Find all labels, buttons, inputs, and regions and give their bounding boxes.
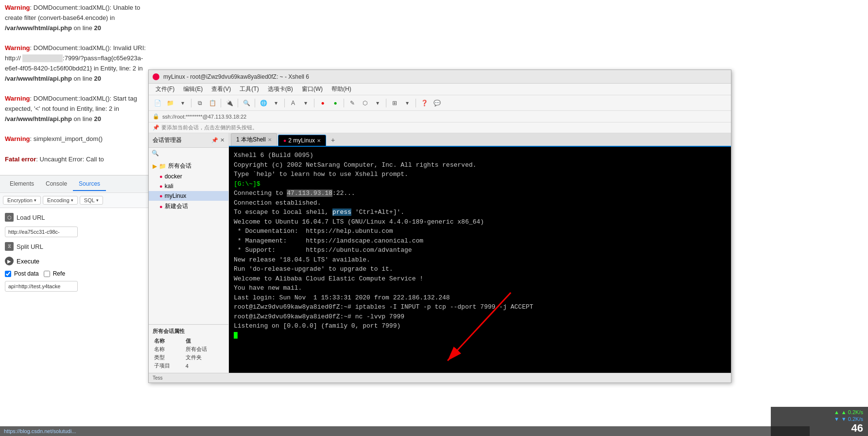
speed-up-icon: ▲ — [834, 409, 839, 415]
fatal-text: : Uncaught Error: Call to — [36, 156, 104, 163]
tab-bar: 1 本地Shell ✕ ● 2 myLinux ✕ + — [229, 133, 731, 147]
props-val-2: 文件夹 — [184, 353, 225, 362]
folder-icon-all: ▶ — [153, 163, 157, 170]
menu-tools[interactable]: 工具(T) — [236, 84, 262, 94]
term-line-6: Connecting to 47.113.93.18:22... — [234, 189, 726, 198]
terminal-area[interactable]: Xshell 6 (Build 0095) Copyright (c) 2002… — [229, 147, 731, 373]
term-line-13: * Management: https://landscape.canonica… — [234, 236, 726, 246]
term-line-20: You have new mail. — [234, 283, 726, 293]
kali-server-icon: ● — [159, 183, 163, 189]
close-session-icon[interactable]: ✕ — [220, 137, 225, 143]
tree-mylinux[interactable]: ● myLinux — [149, 191, 228, 201]
tb-arrow3[interactable]: ▾ — [300, 98, 312, 108]
session-header: 会话管理器 📌 ✕ — [149, 133, 228, 148]
post-data-input[interactable]: api=http://test.y4tacke — [5, 281, 78, 292]
term-line-1: Copyright (c) 2002 NetSarang Computer, I… — [234, 160, 726, 170]
speed-down-value: ▼ 0.2K/s — [841, 416, 863, 422]
props-name-2: 类型 — [153, 353, 184, 362]
tb-green[interactable]: ● — [330, 98, 341, 108]
post-data-checkbox[interactable] — [5, 271, 11, 277]
tb-arrow4[interactable]: ▾ — [372, 98, 383, 108]
pin-icon[interactable]: 📌 — [211, 137, 218, 143]
tb-paste[interactable]: 📋 — [207, 98, 218, 108]
tb-search[interactable]: 🔍 — [241, 98, 252, 108]
term-line-23: root@iZwz9dvu69kaw8ya8ied0fZ:~# nc -lvvp… — [234, 312, 726, 322]
tab-console[interactable]: Console — [40, 177, 73, 191]
tb-compose[interactable]: ✎ — [347, 98, 358, 108]
term-line-4: [G:\~]$ — [234, 179, 726, 189]
encryption-btn[interactable]: Encryption ▾ — [3, 196, 41, 205]
tb-sep8 — [386, 99, 386, 107]
session-props-title: 所有会话属性 — [153, 328, 225, 335]
info-pin-icon: 📌 — [153, 124, 159, 131]
session-props-table: 名称 值 名称 所有会话 类型 文件夹 子项目 — [153, 337, 225, 370]
warn-label-2: Warning — [5, 44, 30, 52]
address-text: ssh://root:********@47.113.93.18:22 — [162, 114, 246, 120]
props-header-row: 名称 值 — [153, 337, 225, 345]
xshell-toolbar: 📄 📁 ▾ ⧉ 📋 🔌 🔍 🌐 ▾ A ▾ ● ● ✎ ⬡ ▾ ⊞ ▾ ❓ 💬 — [149, 95, 731, 111]
term-line-7: Connection established. — [234, 198, 726, 208]
tb-globe[interactable]: 🌐 — [258, 98, 269, 108]
load-url-row[interactable]: ⬡ Load URL — [5, 213, 45, 222]
load-url-icon: ⬡ — [5, 213, 14, 222]
menu-tabs[interactable]: 选项卡(B) — [264, 84, 297, 94]
menu-view[interactable]: 查看(V) — [208, 84, 235, 94]
tab-local-shell[interactable]: 1 本地Shell ✕ — [231, 133, 277, 146]
tab-add-btn[interactable]: + — [327, 134, 339, 146]
session-props: 所有会话属性 名称 值 名称 所有会话 类型 文件夹 — [149, 324, 228, 373]
menu-file[interactable]: 文件(F) — [152, 84, 178, 94]
session-search: 🔍 — [149, 148, 228, 158]
term-line-12: * Documentation: https://help.ubuntu.com — [234, 227, 726, 236]
xshell-window: myLinux - root@iZwz9dvu69kaw8ya8ied0fZ: … — [148, 70, 731, 383]
warning-lines: Warning: DOMDocument::loadXML(): Unable … — [0, 0, 151, 168]
load-url-label: Load URL — [17, 214, 45, 221]
tb-arrow2[interactable]: ▾ — [270, 98, 282, 108]
menu-edit[interactable]: 编辑(E) — [179, 84, 207, 94]
props-name-3: 子项目 — [153, 362, 184, 370]
tab-sources[interactable]: Sources — [73, 177, 106, 191]
warn-label-1: Warning — [5, 4, 30, 11]
tb-open[interactable]: 📁 — [164, 98, 176, 108]
tb-font[interactable]: A — [287, 98, 299, 108]
term-line-15: New release '18.04.5 LTS' available. — [234, 255, 726, 265]
execute-btn[interactable]: ▶ Execute — [0, 254, 151, 268]
terminal-panel: 1 本地Shell ✕ ● 2 myLinux ✕ + Xshell 6 (Bu… — [229, 133, 731, 373]
tab-mylinux-close[interactable]: ✕ — [317, 138, 321, 143]
tab-mylinux-icon: ● — [283, 138, 287, 143]
menu-help[interactable]: 帮助(H) — [328, 84, 355, 94]
tb-sep1 — [191, 99, 191, 107]
tree-all-sessions[interactable]: ▶ 📁 所有会话 — [149, 160, 228, 172]
tb-new[interactable]: 📄 — [152, 98, 163, 108]
tb-copy[interactable]: ⧉ — [194, 98, 206, 108]
referer-checkbox[interactable] — [44, 271, 50, 277]
tab-mylinux[interactable]: ● 2 myLinux ✕ — [278, 135, 326, 146]
url-input[interactable]: http://ea75cc31-c98c- — [5, 227, 78, 237]
devtools-toolbar: Elements Console Sources — [0, 175, 151, 192]
tb-arrow-dn[interactable]: ▾ — [177, 98, 189, 108]
tb-help[interactable]: ❓ — [418, 98, 430, 108]
tab-local-close[interactable]: ✕ — [268, 137, 272, 142]
tb-grid[interactable]: ⊞ — [389, 98, 400, 108]
tb-sep5 — [284, 99, 285, 107]
tb-red[interactable]: ● — [317, 98, 329, 108]
fps-value: 46 — [851, 423, 863, 434]
split-url-row[interactable]: ⧖ Split URL — [5, 242, 43, 251]
sql-btn[interactable]: SQL ▾ — [80, 196, 103, 205]
referer-checkbox-label[interactable]: Refe — [44, 270, 65, 277]
props-col-val: 值 — [186, 338, 191, 344]
tb-connect[interactable]: 🔌 — [224, 98, 235, 108]
menu-window[interactable]: 窗口(W) — [298, 84, 327, 94]
redacted-ip: 47.113.93.18 — [287, 190, 332, 197]
encryption-arrow: ▾ — [34, 198, 36, 203]
post-data-checkbox-label[interactable]: Post data — [5, 270, 39, 277]
xshell-statusbar: Tess — [149, 373, 731, 383]
tb-chat[interactable]: 💬 — [431, 98, 443, 108]
tree-new-session[interactable]: ● 新建会话 — [149, 201, 228, 212]
encoding-btn[interactable]: Encoding ▾ — [43, 196, 78, 205]
tb-arrow5[interactable]: ▾ — [401, 98, 413, 108]
url-buttons: ⬡ Load URL http://ea75cc31-c98c- ⧖ Split… — [0, 208, 151, 296]
tb-edit2[interactable]: ⬡ — [359, 98, 371, 108]
tab-elements[interactable]: Elements — [4, 177, 40, 191]
tree-kali[interactable]: ● kali — [149, 181, 228, 191]
tree-docker[interactable]: ● docker — [149, 172, 228, 181]
